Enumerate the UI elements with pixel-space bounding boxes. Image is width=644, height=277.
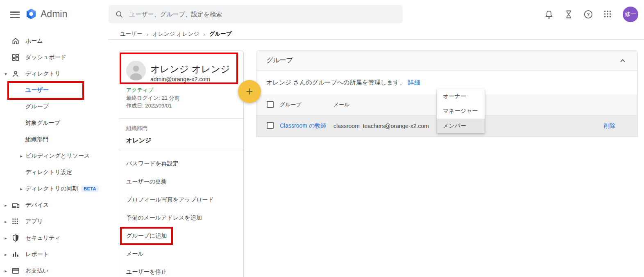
chevron-right-icon[interactable]: ▸ (3, 236, 9, 241)
chevron-right-icon[interactable]: ▸ (19, 153, 24, 159)
sidebar-label: ディレクトリの同期 (25, 185, 78, 192)
sidebar-item-buildings-resources[interactable]: ▸ ビルディングとリソース (0, 148, 109, 164)
admin-logo[interactable]: Admin (25, 8, 67, 20)
sidebar-item-directory[interactable]: ▾ ディレクトリ (0, 66, 109, 82)
sidebar-label: ユーザー (25, 87, 49, 94)
chevron-right-icon[interactable]: ▸ (3, 252, 9, 257)
breadcrumb-user-name[interactable]: オレンジ オレンジ (152, 30, 199, 38)
sidebar-item-target-groups[interactable]: 対象グループ (0, 115, 109, 131)
upload-photo-action[interactable]: プロフィール写真をアップロード (119, 191, 243, 209)
search-bar[interactable] (109, 5, 403, 23)
google-admin-console: Admin (0, 0, 644, 277)
role-option-member[interactable]: メンバー (437, 119, 485, 133)
reset-password-action[interactable]: パスワードを再設定 (119, 155, 243, 173)
beta-badge: BETA (81, 185, 98, 192)
apps-icon (11, 217, 20, 226)
sidebar-item-org-units[interactable]: 組織部門 (0, 131, 109, 148)
search-icon (115, 10, 123, 18)
role-option-owner[interactable]: オーナー (437, 89, 485, 104)
sidebar-label: アプリ (25, 218, 43, 225)
sidebar-item-reports[interactable]: ▸ レポート (0, 246, 109, 263)
selected-pill (0, 82, 104, 98)
person-icon (11, 70, 20, 78)
sidebar-item-dashboard[interactable]: ダッシュボード (0, 49, 109, 66)
org-unit-label: 組織部門 (126, 125, 147, 132)
sidebar-item-security[interactable]: ▸ セキュリティ (0, 230, 109, 246)
sidebar-label: ディレクトリ (25, 70, 61, 78)
column-header-group: グループ (280, 101, 302, 108)
user-name: オレンジ オレンジ (150, 63, 230, 76)
dashboard-icon (11, 53, 20, 62)
email-action[interactable]: メール (119, 245, 243, 263)
chevron-right-icon[interactable]: ▸ (3, 203, 9, 208)
svg-text:?: ? (587, 12, 590, 17)
top-app-bar: Admin (0, 0, 644, 29)
divider (119, 118, 243, 119)
suspend-user-action[interactable]: ユーザーを停止 (119, 263, 243, 277)
chevron-right-icon[interactable]: ▸ (19, 186, 24, 192)
breadcrumb-current-groups: グループ (209, 30, 232, 38)
user-profile-card: オレンジ オレンジ admin@orange-x2.com アクティブ 最終ログ… (119, 50, 244, 277)
search-input[interactable] (129, 11, 375, 18)
role-dropdown-menu: オーナー マネージャー メンバー (437, 89, 485, 133)
groups-panel-title: グループ (266, 56, 293, 65)
row-checkbox[interactable] (267, 122, 274, 129)
notifications-bell-icon[interactable] (544, 9, 554, 19)
sidebar-item-devices[interactable]: ▸ デバイス (0, 197, 109, 213)
sidebar-item-home[interactable]: ホーム (0, 33, 109, 49)
sidebar-item-groups[interactable]: グループ (0, 98, 109, 115)
admin-logo-label: Admin (41, 9, 67, 20)
chevron-right-icon[interactable]: ▸ (3, 268, 9, 274)
org-unit-value[interactable]: オレンジ (126, 137, 151, 144)
update-user-action[interactable]: ユーザーの更新 (119, 173, 243, 191)
sidebar-item-billing[interactable]: ▸ お支払い (0, 263, 109, 277)
sidebar-label: セキュリティ (25, 234, 61, 242)
role-option-manager[interactable]: マネージャー (437, 104, 485, 119)
breadcrumb-users[interactable]: ユーザー (120, 30, 143, 38)
apps-grid-icon[interactable] (603, 9, 613, 19)
sidebar-item-users[interactable]: ユーザー (0, 82, 109, 98)
sidebar-label: 組織部門 (25, 136, 48, 143)
delete-row-link[interactable]: 削除 (604, 122, 615, 130)
breadcrumb-separator-icon: › (147, 31, 148, 37)
last-login: 最終ログイン: 21 分前 (126, 94, 180, 102)
sidebar-item-directory-settings[interactable]: ディレクトリ設定 (0, 164, 109, 181)
tasks-hourglass-icon[interactable] (564, 9, 574, 19)
collapse-chevron-up-icon[interactable] (618, 56, 628, 66)
group-email: classroom_teachers@orange-x2.com (333, 123, 429, 129)
add-group-fab[interactable]: + (238, 80, 261, 103)
sidebar-item-apps[interactable]: ▸ アプリ (0, 213, 109, 230)
description-text: オレンジ さんのグループへの所属を管理します。 (266, 79, 406, 87)
column-header-email: メール (333, 101, 350, 108)
sidebar-label: デバイス (25, 201, 49, 209)
divider (119, 150, 243, 150)
group-name-link[interactable]: Classroom の教師 (280, 122, 326, 130)
details-link[interactable]: 詳細 (408, 79, 420, 87)
user-email: admin@orange-x2.com (150, 76, 210, 82)
user-status-active: アクティブ (126, 87, 154, 94)
created-date: 作成日: 2022/09/01 (126, 102, 172, 110)
account-avatar[interactable]: 修一 (623, 7, 638, 22)
select-all-checkbox[interactable] (267, 101, 274, 108)
add-to-groups-action[interactable]: グループに追加 (119, 227, 243, 245)
user-avatar (126, 61, 146, 80)
chevron-down-icon[interactable]: ▾ (3, 71, 9, 77)
devices-icon (11, 201, 20, 209)
sidebar-label: ダッシュボード (25, 54, 66, 61)
breadcrumb: ユーザー › オレンジ オレンジ › グループ (109, 29, 644, 40)
user-actions-list: パスワードを再設定 ユーザーの更新 プロフィール写真をアップロード 予備のメール… (119, 155, 243, 277)
sidebar-label: レポート (25, 251, 49, 258)
sidebar-label: ビルディングとリソース (25, 152, 90, 160)
shield-icon (11, 234, 20, 242)
groups-panel-header[interactable]: グループ (256, 50, 637, 71)
home-icon (11, 37, 20, 45)
help-icon[interactable]: ? (583, 9, 593, 19)
add-alternate-email-action[interactable]: 予備のメールアドレスを追加 (119, 209, 243, 227)
plus-icon: + (246, 85, 253, 98)
sidebar-label: お支払い (25, 267, 49, 275)
sidebar-label: ディレクトリ設定 (25, 169, 72, 176)
main-menu-icon[interactable] (10, 10, 20, 19)
sidebar-item-directory-sync[interactable]: ▸ ディレクトリの同期 BETA (0, 181, 109, 197)
chevron-right-icon[interactable]: ▸ (3, 219, 9, 224)
sidebar-label: グループ (25, 103, 49, 110)
